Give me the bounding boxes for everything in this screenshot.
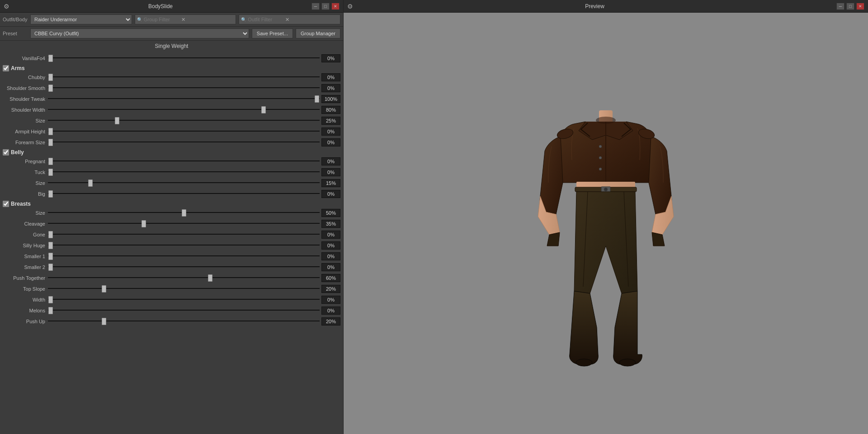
group-filter-clear[interactable]: ✕ <box>181 17 185 23</box>
slider-row-breasts-push-up: Push Up <box>3 316 340 326</box>
outfit-filter-input[interactable] <box>248 17 284 22</box>
value-box-silly-huge[interactable] <box>321 241 340 250</box>
value-box-pregnant[interactable] <box>321 157 340 165</box>
left-maximize-btn[interactable]: □ <box>321 3 330 10</box>
value-box-shoulder-width[interactable] <box>321 106 340 114</box>
preview-title-bar: ⚙ Preview ─ □ ✕ <box>344 0 868 13</box>
value-box-forearm-size[interactable] <box>321 138 340 146</box>
outfit-filter-box: 🔍 ✕ <box>239 14 340 24</box>
svg-point-6 <box>604 188 608 191</box>
slider-label-pregnant: Pregnant <box>3 159 48 164</box>
value-box-size[interactable] <box>321 209 340 217</box>
slider-size[interactable] <box>48 117 320 124</box>
group-filter-box: 🔍 ✕ <box>135 14 236 24</box>
slider-width[interactable] <box>48 296 320 303</box>
right-panel: ⚙ Preview ─ □ ✕ <box>344 0 868 434</box>
vanillafa4-value[interactable] <box>321 54 340 62</box>
slider-push-together[interactable] <box>48 274 320 281</box>
slider-smaller-2[interactable] <box>48 263 320 270</box>
slider-cleavage[interactable] <box>48 220 320 227</box>
slider-container-melons <box>48 307 320 315</box>
preset-dropdown[interactable]: CBBE Curvy (Outfit) <box>30 28 249 38</box>
right-minimize-btn[interactable]: ─ <box>836 3 844 10</box>
slider-row-breasts-width: Width <box>3 295 340 305</box>
preset-row: Preset CBBE Curvy (Outfit) Save Preset..… <box>0 27 343 41</box>
group-checkbox-belly[interactable] <box>3 149 9 156</box>
value-box-smaller-1[interactable] <box>321 252 340 260</box>
group-filter-input[interactable] <box>144 17 180 22</box>
slider-size[interactable] <box>48 209 320 216</box>
slider-label-smaller-2: Smaller 2 <box>3 264 48 270</box>
slider-forearm-size[interactable] <box>48 138 320 146</box>
value-box-tuck[interactable] <box>321 168 340 176</box>
value-box-push-up[interactable] <box>321 317 340 326</box>
outfit-filter-clear[interactable]: ✕ <box>285 17 289 23</box>
value-box-shoulder-tweak[interactable] <box>321 95 340 103</box>
slider-label-push-up: Push Up <box>3 319 48 324</box>
group-checkbox-arms[interactable] <box>3 65 9 71</box>
slider-row-breasts-size: Size <box>3 208 340 218</box>
value-box-width[interactable] <box>321 296 340 304</box>
slider-big[interactable] <box>48 190 320 197</box>
slider-smaller-1[interactable] <box>48 252 320 259</box>
slider-melons[interactable] <box>48 307 320 314</box>
slider-row-belly-size: Size <box>3 178 340 188</box>
slider-armpit-height[interactable] <box>48 127 320 135</box>
slider-top-slope[interactable] <box>48 285 320 292</box>
slider-label-size: Size <box>3 118 48 123</box>
left-minimize-btn[interactable]: ─ <box>311 3 320 10</box>
slider-container-size <box>48 117 320 125</box>
value-box-push-together[interactable] <box>321 274 340 282</box>
slider-gone[interactable] <box>48 231 320 238</box>
slider-label-size: Size <box>3 210 48 216</box>
value-box-melons[interactable] <box>321 307 340 315</box>
group-checkbox-breasts[interactable] <box>3 201 9 207</box>
slider-container-silly-huge <box>48 241 320 250</box>
svg-point-16 <box>596 117 616 124</box>
value-box-cleavage[interactable] <box>321 220 340 228</box>
slider-pregnant[interactable] <box>48 157 320 165</box>
right-maximize-btn[interactable]: □ <box>846 3 854 10</box>
slider-container-push-up <box>48 317 320 326</box>
value-box-armpit-height[interactable] <box>321 127 340 136</box>
sliders-area: VanillaFo4 ArmsChubbyShoulder SmoothShou… <box>0 52 343 434</box>
slider-size[interactable] <box>48 179 320 186</box>
slider-chubby[interactable] <box>48 73 320 80</box>
outfit-filter-icon: 🔍 <box>241 17 246 22</box>
value-box-size[interactable] <box>321 117 340 125</box>
value-box-top-slope[interactable] <box>321 285 340 293</box>
svg-point-9 <box>576 359 592 366</box>
slider-container-shoulder-tweak <box>48 95 320 104</box>
value-box-smaller-2[interactable] <box>321 263 340 271</box>
value-box-gone[interactable] <box>321 231 340 239</box>
left-close-btn[interactable]: ✕ <box>331 3 340 10</box>
vanillafa4-slider[interactable] <box>48 54 320 61</box>
slider-tuck[interactable] <box>48 168 320 175</box>
section-header: Single Weight <box>0 41 343 52</box>
slider-shoulder-smooth[interactable] <box>48 84 320 91</box>
slider-row-breasts-smaller-2: Smaller 2 <box>3 262 340 272</box>
svg-point-15 <box>599 168 602 170</box>
vanillafa4-slider-container <box>48 54 320 63</box>
value-box-size[interactable] <box>321 179 340 187</box>
slider-label-top-slope: Top Slope <box>3 286 48 292</box>
group-manager-button[interactable]: Group Manager <box>296 28 340 38</box>
value-box-chubby[interactable] <box>321 73 340 81</box>
slider-label-smaller-1: Smaller 1 <box>3 254 48 259</box>
slider-container-tuck <box>48 168 320 177</box>
slider-shoulder-width[interactable] <box>48 106 320 113</box>
slider-label-melons: Melons <box>3 308 48 313</box>
slider-container-armpit-height <box>48 127 320 136</box>
slider-row-belly-tuck: Tuck <box>3 167 340 177</box>
outfit-body-dropdown[interactable]: Raider Underarmor <box>30 14 132 24</box>
vanillafa4-row: VanillaFo4 <box>3 53 340 63</box>
right-close-btn[interactable]: ✕ <box>856 3 864 10</box>
slider-container-smaller-1 <box>48 252 320 261</box>
slider-shoulder-tweak[interactable] <box>48 95 320 102</box>
value-box-shoulder-smooth[interactable] <box>321 84 340 92</box>
value-box-big[interactable] <box>321 190 340 198</box>
slider-silly-huge[interactable] <box>48 241 320 249</box>
group-name-arms: Arms <box>11 65 25 71</box>
save-preset-button[interactable]: Save Preset... <box>252 28 293 38</box>
slider-push-up[interactable] <box>48 317 320 325</box>
